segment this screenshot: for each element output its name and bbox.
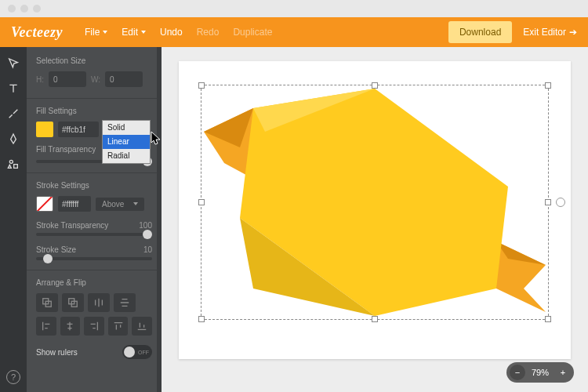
- send-backward-button[interactable]: [62, 293, 84, 312]
- menu-edit[interactable]: Edit: [122, 27, 146, 38]
- selection-size-label: Selection Size: [36, 56, 152, 65]
- selection-bounding-box[interactable]: [201, 85, 549, 320]
- fill-option-solid[interactable]: Solid: [103, 121, 150, 135]
- align-top-button[interactable]: [108, 317, 129, 336]
- fill-color-swatch[interactable]: [36, 122, 53, 137]
- properties-sidebar: Selection Size H: W: Fill Settings Solid…: [27, 47, 162, 392]
- brand-logo: Vecteezy: [11, 24, 63, 41]
- arrow-right-icon: ➔: [569, 27, 577, 38]
- arrange-label: Arrange & Flip: [36, 278, 152, 287]
- resize-handle-tm[interactable]: [372, 82, 378, 89]
- shapes-tool[interactable]: [3, 154, 24, 174]
- menu-undo[interactable]: Undo: [160, 27, 183, 38]
- traffic-light-min[interactable]: [20, 5, 28, 13]
- show-rulers-toggle[interactable]: OFF: [122, 345, 152, 359]
- fill-type-dropdown[interactable]: Solid Linear Radial: [102, 120, 151, 164]
- align-left-button[interactable]: [36, 317, 56, 336]
- fill-option-radial[interactable]: Radial: [103, 149, 150, 163]
- stroke-hex-input[interactable]: [58, 196, 91, 212]
- stroke-position-select[interactable]: Above: [96, 198, 144, 211]
- chevron-down-icon: [103, 31, 107, 34]
- pen-tool[interactable]: [3, 129, 24, 149]
- align-bottom-button[interactable]: [132, 317, 152, 336]
- flip-horizontal-button[interactable]: [88, 293, 110, 312]
- artboard[interactable]: [179, 61, 571, 359]
- zoom-in-button[interactable]: +: [555, 365, 571, 380]
- fill-settings-label: Fill Settings: [36, 107, 152, 115]
- fill-hex-input[interactable]: [58, 122, 99, 137]
- stroke-size-slider[interactable]: [36, 257, 152, 260]
- fill-option-linear[interactable]: Linear: [103, 135, 150, 149]
- top-menu-bar: Vecteezy File Edit Undo Redo Duplicate D…: [0, 17, 588, 47]
- traffic-light-close[interactable]: [8, 5, 16, 13]
- menu-redo[interactable]: Redo: [197, 27, 220, 38]
- width-label: W:: [91, 75, 100, 84]
- stroke-size-value: 10: [143, 245, 152, 254]
- zoom-level: 79%: [527, 368, 554, 377]
- stroke-transparency-value: 100: [139, 221, 152, 230]
- flip-vertical-button[interactable]: [114, 293, 136, 312]
- resize-handle-mr[interactable]: [545, 199, 551, 205]
- show-rulers-label: Show rulers: [36, 348, 78, 357]
- stroke-color-swatch[interactable]: [36, 196, 53, 212]
- brush-tool[interactable]: [3, 103, 24, 124]
- stroke-transparency-slider[interactable]: [36, 233, 152, 236]
- zoom-control: − 79% +: [506, 362, 574, 383]
- download-button[interactable]: Download: [448, 21, 512, 43]
- stroke-settings-label: Stroke Settings: [36, 181, 152, 190]
- resize-handle-tr[interactable]: [545, 82, 551, 89]
- help-button[interactable]: ?: [6, 370, 20, 384]
- stroke-transparency-label: Stroke Transparency: [36, 221, 108, 230]
- exit-editor-button[interactable]: Exit Editor➔: [523, 27, 577, 38]
- bring-forward-button[interactable]: [36, 293, 58, 312]
- resize-handle-bl[interactable]: [198, 316, 205, 322]
- traffic-light-max[interactable]: [33, 5, 41, 13]
- rotate-handle[interactable]: [556, 198, 565, 207]
- menu-file[interactable]: File: [85, 27, 107, 38]
- browser-chrome: [0, 0, 588, 17]
- resize-handle-br[interactable]: [545, 316, 551, 322]
- svg-point-0: [9, 160, 13, 163]
- cursor-icon: [151, 131, 162, 145]
- height-input[interactable]: [49, 71, 86, 87]
- resize-handle-ml[interactable]: [198, 199, 205, 205]
- text-tool[interactable]: [3, 78, 24, 99]
- height-label: H:: [36, 75, 44, 84]
- resize-handle-tl[interactable]: [198, 82, 205, 89]
- align-right-button[interactable]: [84, 317, 104, 336]
- zoom-out-button[interactable]: −: [510, 365, 525, 380]
- stroke-size-label: Stroke Size: [36, 245, 76, 254]
- chevron-down-icon: [141, 31, 146, 34]
- width-input[interactable]: [105, 71, 143, 87]
- resize-handle-bm[interactable]: [372, 316, 378, 322]
- menu-duplicate[interactable]: Duplicate: [233, 27, 272, 38]
- align-center-button[interactable]: [60, 317, 81, 336]
- chevron-down-icon: [133, 202, 138, 205]
- tool-rail: ?: [0, 47, 27, 392]
- select-tool[interactable]: [3, 53, 24, 74]
- canvas-area[interactable]: − 79% +: [162, 47, 588, 392]
